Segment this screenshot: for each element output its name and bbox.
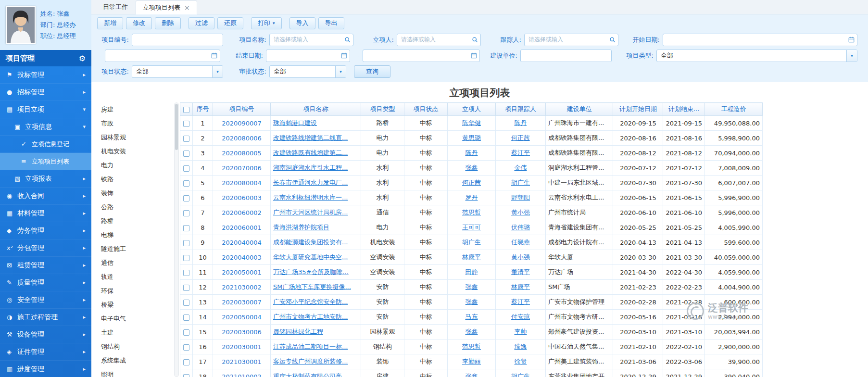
import-button[interactable]: 导入 — [289, 17, 315, 29]
sidebar-item-tender-mgmt[interactable]: ●招标管理▸ — [0, 84, 91, 101]
cell-tracker[interactable]: 伏伟璐 — [496, 220, 546, 235]
row-checkbox[interactable] — [183, 329, 189, 336]
cell-name[interactable]: 华软大厦研究基地中央空... — [271, 250, 361, 265]
cell-sponsor[interactable]: 陈丹 — [448, 146, 496, 161]
table-row[interactable]: 52020080004长春市伊通河水力发电厂...水利中标何正茜胡广生中建一局东… — [180, 176, 763, 190]
cell-tracker[interactable]: 陈丹 — [496, 116, 546, 131]
category-item[interactable]: 机电安装 — [93, 144, 173, 158]
sidebar-item-quality-mgmt[interactable]: ✎质量管理▸ — [0, 274, 91, 291]
cell-tracker[interactable]: 胡广生 — [496, 176, 546, 190]
table-row[interactable]: 112020050001万达广场35#会所及咖啡...空调安装中标田静董清平万达… — [180, 265, 763, 280]
close-icon[interactable]: × — [184, 4, 190, 11]
cell-name[interactable]: 广州市文物考古工地安防... — [271, 310, 361, 325]
print-button[interactable]: 打印▾ — [251, 17, 282, 29]
row-checkbox[interactable] — [183, 314, 189, 321]
cell-code[interactable]: 2020080005 — [213, 146, 271, 161]
row-checkbox[interactable] — [183, 270, 189, 276]
table-row[interactable]: 172021030001客运专线广州调度所装修...装饰中标李勤丽徐贤广州美工建… — [180, 354, 763, 369]
search-icon[interactable] — [606, 34, 618, 46]
row-checkbox[interactable] — [183, 210, 189, 216]
gear-icon[interactable]: ⚙ — [79, 54, 86, 63]
end-date-from-input[interactable] — [266, 50, 350, 62]
cell-code[interactable]: 2020030006 — [213, 325, 271, 339]
query-button[interactable]: 查询 — [354, 65, 390, 78]
cell-tracker[interactable]: 臻逸 — [496, 339, 546, 354]
cell-sponsor[interactable]: 张鑫 — [448, 161, 496, 176]
category-item[interactable]: 电梯 — [93, 228, 173, 242]
cell-sponsor[interactable]: 林康平 — [448, 250, 496, 265]
row-checkbox[interactable] — [183, 300, 189, 306]
sidebar-item-lease-mgmt[interactable]: ⊠租赁管理▸ — [0, 257, 91, 274]
table-row[interactable]: 122021030002SM广场地下车库更换摄像...安防中标张鑫林康平SM广场… — [180, 280, 763, 295]
row-checkbox[interactable] — [183, 180, 189, 187]
cell-tracker[interactable]: 黄小强 — [496, 205, 546, 220]
category-item[interactable]: 照明 — [93, 367, 173, 377]
filter-button[interactable]: 过滤 — [189, 17, 214, 29]
row-checkbox[interactable] — [183, 285, 189, 291]
calendar-icon[interactable] — [208, 50, 220, 62]
calendar-icon[interactable] — [468, 50, 479, 62]
approval-select[interactable]: 全部 ▾ — [269, 65, 346, 78]
category-item[interactable]: 公路 — [93, 200, 173, 214]
cell-name[interactable]: 改建铁路线增建第二线直... — [271, 131, 361, 146]
category-item[interactable]: 铁路 — [93, 172, 173, 186]
category-item[interactable]: 路桥 — [93, 214, 173, 228]
status-select[interactable]: 全部 ▾ — [132, 65, 223, 78]
table-row[interactable]: 82020060001青海洪湖养护院项目电力中标王可可伏伟璐青海省建设集团有..… — [180, 220, 763, 235]
cell-tracker[interactable]: 野朝阳 — [496, 190, 546, 205]
cell-name[interactable]: 万达广场35#会所及咖啡... — [271, 265, 361, 280]
export-button[interactable]: 导出 — [318, 17, 344, 29]
sidebar-item-safety-mgmt[interactable]: ◎安全管理▸ — [0, 291, 91, 309]
search-icon[interactable] — [469, 34, 480, 46]
sidebar-item-initiation-reports[interactable]: ▧立项报表▸ — [0, 170, 91, 188]
restore-button[interactable]: 还原 — [217, 17, 243, 29]
cell-name[interactable]: SM广场地下车库更换摄像... — [271, 280, 361, 295]
table-row[interactable]: 72020060002广州市天河区统计局机房...通信中标范思哲黄小强广州市统计… — [180, 205, 763, 220]
cell-name[interactable]: 江苏成品油二期项目一标... — [271, 339, 361, 354]
cell-code[interactable]: 2021030001 — [213, 354, 271, 369]
cell-name[interactable]: 晟铭园林绿化工程 — [271, 325, 361, 339]
category-item[interactable]: 园林景观 — [93, 130, 173, 144]
sidebar-item-equipment-mgmt[interactable]: ⚒设备管理▸ — [0, 326, 91, 343]
row-checkbox[interactable] — [183, 255, 189, 261]
table-row[interactable]: 92020040004成都能源建设集团投资有...机电安装中标胡广生任晓燕成都电… — [180, 235, 763, 250]
cell-code[interactable]: 2020030007 — [213, 295, 271, 310]
category-item[interactable]: 隧道施工 — [93, 242, 173, 256]
cell-tracker[interactable]: 李帅 — [496, 325, 546, 339]
cell-tracker[interactable]: 胡广生 — [496, 369, 546, 377]
cell-code[interactable]: 2020090007 — [213, 116, 271, 131]
row-checkbox[interactable] — [183, 165, 189, 172]
cell-sponsor[interactable]: 罗丹 — [448, 190, 496, 205]
cell-name[interactable]: 长春市伊通河水力发电厂... — [271, 176, 361, 190]
sidebar-item-project-initiation[interactable]: ▤项目立项▾ — [0, 101, 91, 118]
table-row[interactable]: 162020030001江苏成品油二期项目一标...钢结构中标范思哲臻逸中国石油… — [180, 339, 763, 354]
cell-code[interactable]: 2020060001 — [213, 220, 271, 235]
cell-name[interactable]: 青海洪湖养护院项目 — [271, 220, 361, 235]
category-item[interactable]: 市政 — [93, 116, 173, 130]
cell-tracker[interactable]: 董清平 — [496, 265, 546, 280]
sidebar-item-progress-mgmt[interactable]: ▥进度管理▸ — [0, 361, 91, 377]
cell-name[interactable]: 广安邓小平纪念馆安全防... — [271, 295, 361, 310]
category-item[interactable]: 电力 — [93, 158, 173, 172]
cell-sponsor[interactable]: 李勤丽 — [448, 354, 496, 369]
category-item[interactable]: 桥梁 — [93, 298, 173, 312]
sidebar-item-initiation-info-register[interactable]: ✓立项信息登记 — [0, 136, 91, 153]
cell-code[interactable]: 2020060003 — [213, 190, 271, 205]
category-item[interactable]: 房建 — [93, 102, 173, 116]
cell-tracker[interactable]: 何正茜 — [496, 131, 546, 146]
cell-tracker[interactable]: 林康平 — [496, 280, 546, 295]
row-checkbox[interactable] — [183, 151, 189, 157]
project-no-input[interactable] — [132, 34, 223, 46]
category-item[interactable]: 通信 — [93, 256, 173, 270]
cell-name[interactable]: 云南水利枢纽潜明水库一... — [271, 190, 361, 205]
cell-sponsor[interactable]: 王可可 — [448, 220, 496, 235]
cell-code[interactable]: 2020050001 — [213, 265, 271, 280]
cell-name[interactable]: 珠海鹤港口建设 — [271, 116, 361, 131]
row-checkbox[interactable] — [183, 374, 189, 377]
delete-button[interactable]: 删除 — [155, 17, 181, 29]
cell-sponsor[interactable]: 张鑫 — [448, 325, 496, 339]
tracker-input[interactable]: 请选择或输入 — [524, 34, 618, 46]
category-item[interactable]: 土建 — [93, 326, 173, 339]
table-row[interactable]: 42020070006湖南洞庭湖水库引水工程...水利中标张鑫金伟洞庭湖水利工程… — [180, 161, 763, 176]
table-row[interactable]: 152020030006晟铭园林绿化工程园林景观中标张鑫李帅郑州豪气建设投资..… — [180, 325, 763, 339]
